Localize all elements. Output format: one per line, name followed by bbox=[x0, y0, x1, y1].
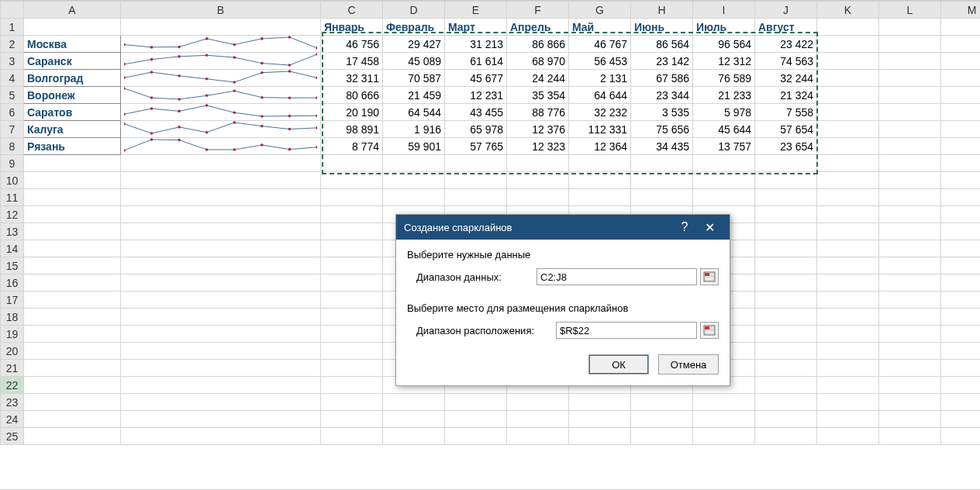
col-header-C[interactable]: C bbox=[321, 2, 383, 19]
row-header-24[interactable]: 24 bbox=[1, 411, 24, 428]
row-header-1[interactable]: 1 bbox=[1, 19, 24, 36]
cell-D6[interactable]: 64 544 bbox=[383, 104, 445, 121]
cell-E4[interactable]: 45 677 bbox=[445, 70, 507, 87]
cell-B17[interactable] bbox=[121, 292, 321, 309]
cell-B19[interactable] bbox=[121, 326, 321, 343]
cell-J17[interactable] bbox=[755, 292, 817, 309]
cell-J1[interactable]: Август bbox=[755, 19, 817, 36]
cell-L21[interactable] bbox=[879, 360, 941, 377]
cell-J10[interactable] bbox=[755, 172, 817, 189]
cell-C3[interactable]: 17 458 bbox=[321, 53, 383, 70]
cell-K7[interactable] bbox=[817, 121, 879, 138]
cell-B1[interactable] bbox=[121, 19, 321, 36]
cell-I10[interactable] bbox=[693, 172, 755, 189]
cell-C16[interactable] bbox=[321, 274, 383, 292]
col-header-F[interactable]: F bbox=[507, 2, 569, 19]
cell-A9[interactable] bbox=[24, 155, 121, 172]
cell-B21[interactable] bbox=[121, 360, 321, 377]
cell-J20[interactable] bbox=[755, 343, 817, 360]
cell-B5[interactable] bbox=[121, 87, 321, 104]
cell-L24[interactable] bbox=[879, 411, 941, 428]
cell-M10[interactable] bbox=[941, 172, 981, 189]
cell-F10[interactable] bbox=[507, 172, 569, 189]
location-range-input[interactable] bbox=[556, 322, 697, 339]
cell-C19[interactable] bbox=[321, 326, 383, 343]
row-header-21[interactable]: 21 bbox=[1, 360, 24, 377]
cell-B9[interactable] bbox=[121, 155, 321, 172]
cell-A18[interactable] bbox=[24, 309, 121, 326]
cell-L11[interactable] bbox=[879, 189, 941, 206]
cell-E8[interactable]: 57 765 bbox=[445, 138, 507, 155]
cell-L8[interactable] bbox=[879, 138, 941, 155]
cell-L12[interactable] bbox=[879, 206, 941, 223]
cell-J8[interactable]: 23 654 bbox=[755, 138, 817, 155]
cell-C12[interactable] bbox=[321, 206, 383, 223]
cell-G9[interactable] bbox=[569, 155, 631, 172]
cell-L5[interactable] bbox=[879, 87, 941, 104]
cell-H5[interactable]: 23 344 bbox=[631, 87, 693, 104]
cell-J5[interactable]: 21 324 bbox=[755, 87, 817, 104]
cell-G25[interactable] bbox=[569, 428, 631, 445]
cell-H6[interactable]: 3 535 bbox=[631, 104, 693, 121]
row-header-9[interactable]: 9 bbox=[1, 155, 24, 172]
cell-B2[interactable] bbox=[121, 36, 321, 53]
row-header-4[interactable]: 4 bbox=[1, 70, 24, 87]
cell-M12[interactable] bbox=[941, 206, 981, 223]
cell-J12[interactable] bbox=[755, 206, 817, 223]
row-header-7[interactable]: 7 bbox=[1, 121, 24, 138]
cell-M8[interactable] bbox=[941, 138, 981, 155]
cell-K20[interactable] bbox=[817, 343, 879, 360]
cell-B4[interactable] bbox=[121, 70, 321, 87]
cell-B6[interactable] bbox=[121, 104, 321, 121]
cell-M17[interactable] bbox=[941, 292, 981, 309]
cell-J24[interactable] bbox=[755, 411, 817, 428]
row-header-5[interactable]: 5 bbox=[1, 87, 24, 104]
cell-G11[interactable] bbox=[569, 189, 631, 206]
cell-M14[interactable] bbox=[941, 240, 981, 257]
cell-G1[interactable]: Май bbox=[569, 19, 631, 36]
row-header-20[interactable]: 20 bbox=[1, 343, 24, 360]
row-header-6[interactable]: 6 bbox=[1, 104, 24, 121]
cell-C4[interactable]: 32 311 bbox=[321, 70, 383, 87]
cell-A23[interactable] bbox=[24, 394, 121, 411]
cell-G6[interactable]: 32 232 bbox=[569, 104, 631, 121]
cell-D24[interactable] bbox=[383, 411, 445, 428]
cell-A21[interactable] bbox=[24, 360, 121, 377]
cell-J9[interactable] bbox=[755, 155, 817, 172]
cell-I6[interactable]: 5 978 bbox=[693, 104, 755, 121]
cell-I11[interactable] bbox=[693, 189, 755, 206]
cell-M7[interactable] bbox=[941, 121, 981, 138]
cell-J11[interactable] bbox=[755, 189, 817, 206]
cell-A15[interactable] bbox=[24, 257, 121, 274]
cell-I24[interactable] bbox=[693, 411, 755, 428]
cell-L23[interactable] bbox=[879, 394, 941, 411]
cell-D11[interactable] bbox=[383, 189, 445, 206]
cell-H23[interactable] bbox=[631, 394, 693, 411]
cell-F25[interactable] bbox=[507, 428, 569, 445]
cell-F1[interactable]: Апрель bbox=[507, 19, 569, 36]
cell-J14[interactable] bbox=[755, 240, 817, 257]
cell-E7[interactable]: 65 978 bbox=[445, 121, 507, 138]
cell-A7[interactable]: Калуга bbox=[24, 121, 121, 138]
cell-J13[interactable] bbox=[755, 223, 817, 240]
cell-J25[interactable] bbox=[755, 428, 817, 445]
row-header-16[interactable]: 16 bbox=[1, 274, 24, 292]
cell-F2[interactable]: 86 866 bbox=[507, 36, 569, 53]
row-header-15[interactable]: 15 bbox=[1, 257, 24, 274]
cell-C5[interactable]: 80 666 bbox=[321, 87, 383, 104]
cell-I8[interactable]: 13 757 bbox=[693, 138, 755, 155]
cell-K10[interactable] bbox=[817, 172, 879, 189]
cell-I25[interactable] bbox=[693, 428, 755, 445]
cell-E9[interactable] bbox=[445, 155, 507, 172]
cancel-button[interactable]: Отмена bbox=[658, 354, 719, 374]
help-icon[interactable]: ? bbox=[672, 220, 697, 234]
cell-B3[interactable] bbox=[121, 53, 321, 70]
cell-C18[interactable] bbox=[321, 309, 383, 326]
cell-B23[interactable] bbox=[121, 394, 321, 411]
cell-A13[interactable] bbox=[24, 223, 121, 240]
col-header-K[interactable]: K bbox=[817, 2, 879, 19]
cell-L25[interactable] bbox=[879, 428, 941, 445]
cell-B22[interactable] bbox=[121, 377, 321, 394]
cell-A8[interactable]: Рязань bbox=[24, 138, 121, 155]
cell-B12[interactable] bbox=[121, 206, 321, 223]
